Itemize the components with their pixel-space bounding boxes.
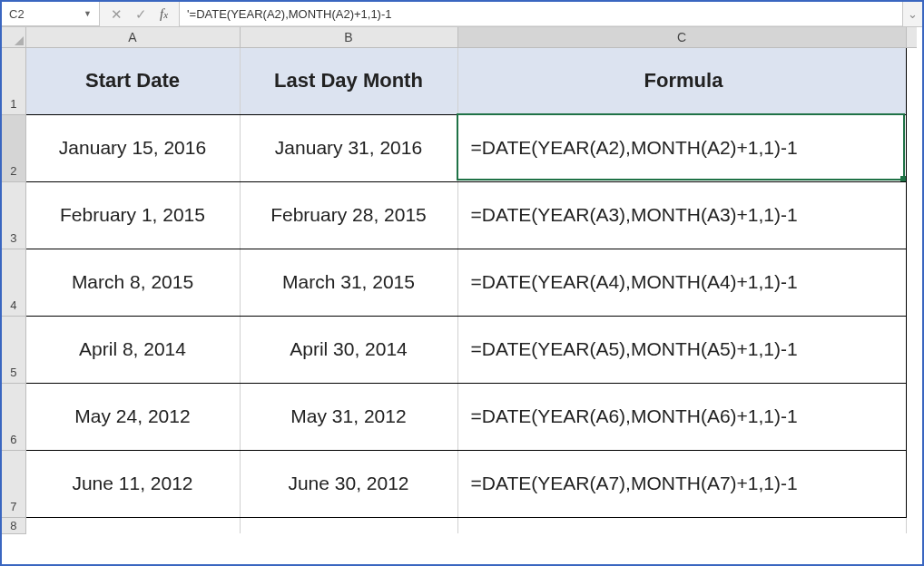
cell-c7[interactable]: =DATE(YEAR(A7),MONTH(A7)+1,1)-1 <box>457 450 906 517</box>
cell-c5[interactable]: =DATE(YEAR(A5),MONTH(A5)+1,1)-1 <box>457 316 906 383</box>
cell-b6[interactable]: May 31, 2012 <box>240 383 457 450</box>
enter-icon[interactable]: ✓ <box>135 6 147 23</box>
cell-b5[interactable]: April 30, 2014 <box>240 316 457 383</box>
cell-a2[interactable]: January 15, 2016 <box>25 114 240 181</box>
row-header-3[interactable]: 3 <box>2 181 25 249</box>
cell-b2[interactable]: January 31, 2016 <box>240 114 457 181</box>
row-header-1[interactable]: 1 <box>2 47 25 114</box>
formula-input[interactable]: '=DATE(YEAR(A2),MONTH(A2)+1,1)-1 <box>180 2 902 26</box>
name-box-value: C2 <box>9 7 25 21</box>
cell-a6[interactable]: May 24, 2012 <box>25 383 240 450</box>
cell-c2[interactable]: =DATE(YEAR(A2),MONTH(A2)+1,1)-1 <box>457 114 906 181</box>
col-header-b[interactable]: B <box>240 27 457 47</box>
select-all-corner[interactable] <box>2 27 25 47</box>
expand-formula-bar-icon[interactable]: ⌄ <box>902 2 922 26</box>
fx-icon[interactable]: fx <box>160 6 168 22</box>
cell-b3[interactable]: February 28, 2015 <box>240 181 457 249</box>
cell-c4[interactable]: =DATE(YEAR(A4),MONTH(A4)+1,1)-1 <box>457 249 906 316</box>
cell-b1[interactable]: Last Day Month <box>240 47 457 114</box>
formula-text: '=DATE(YEAR(A2),MONTH(A2)+1,1)-1 <box>187 7 391 21</box>
cell-c6[interactable]: =DATE(YEAR(A6),MONTH(A6)+1,1)-1 <box>457 383 906 450</box>
cell-a8[interactable] <box>25 517 240 533</box>
cell-c8[interactable] <box>457 517 906 533</box>
cell-rest <box>906 47 917 114</box>
cell-a5[interactable]: April 8, 2014 <box>25 316 240 383</box>
name-box[interactable]: C2 ▼ <box>2 2 100 26</box>
col-header-a[interactable]: A <box>25 27 240 47</box>
row-header-8[interactable]: 8 <box>2 517 25 533</box>
cell-a1[interactable]: Start Date <box>25 47 240 114</box>
row-header-6[interactable]: 6 <box>2 383 25 450</box>
cell-b7[interactable]: June 30, 2012 <box>240 450 457 517</box>
cell-a7[interactable]: June 11, 2012 <box>25 450 240 517</box>
row-header-7[interactable]: 7 <box>2 450 25 517</box>
row-header-2[interactable]: 2 <box>2 114 25 181</box>
row-header-5[interactable]: 5 <box>2 316 25 383</box>
col-header-c[interactable]: C <box>457 27 906 47</box>
col-header-rest <box>906 27 917 47</box>
excel-window: C2 ▼ ✕ ✓ fx '=DATE(YEAR(A2),MONTH(A2)+1,… <box>2 2 922 564</box>
formula-bar-controls: ✕ ✓ fx <box>100 2 180 26</box>
spreadsheet-grid[interactable]: A B C 1 Start Date Last Day Month Formul… <box>2 27 917 564</box>
cell-b4[interactable]: March 31, 2015 <box>240 249 457 316</box>
cell-a3[interactable]: February 1, 2015 <box>25 181 240 249</box>
cell-c1[interactable]: Formula <box>457 47 906 114</box>
chevron-down-icon[interactable]: ▼ <box>84 9 92 18</box>
formula-bar: C2 ▼ ✕ ✓ fx '=DATE(YEAR(A2),MONTH(A2)+1,… <box>2 2 922 27</box>
cell-a4[interactable]: March 8, 2015 <box>25 249 240 316</box>
row-header-4[interactable]: 4 <box>2 249 25 316</box>
cell-b8[interactable] <box>240 517 457 533</box>
cancel-icon[interactable]: ✕ <box>111 6 123 23</box>
cell-c3[interactable]: =DATE(YEAR(A3),MONTH(A3)+1,1)-1 <box>457 181 906 249</box>
